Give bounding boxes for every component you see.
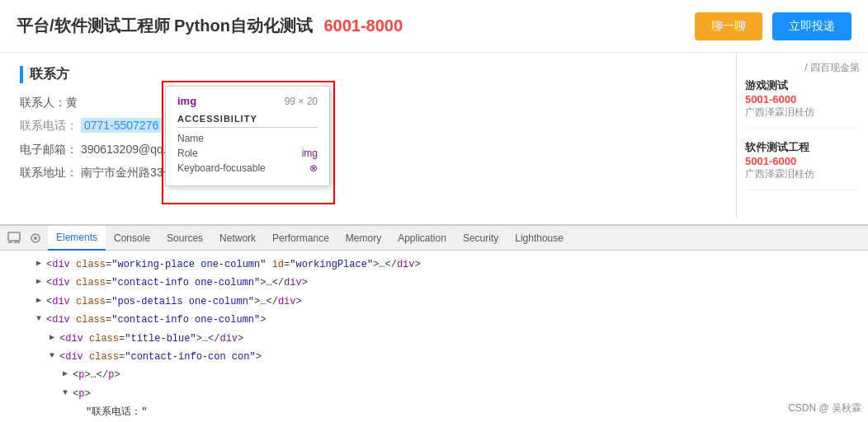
tooltip-row-role: Role img: [177, 148, 318, 159]
address-label: 联系地址：: [20, 166, 78, 179]
element-tooltip: img 99 × 20 ACCESSIBILITY Name Role img …: [165, 86, 330, 186]
apply-button[interactable]: 立即投递: [772, 12, 851, 40]
sidebar-job-2-company: 广西泽霖泪桂仿: [745, 167, 860, 181]
code-line-6: ▼ <div class="contact-info-con con">: [10, 348, 858, 366]
toggle-5[interactable]: ▶: [50, 331, 58, 345]
inspector-icon[interactable]: [5, 229, 23, 247]
top-banner: 平台/软件测试工程师 Python自动化测试 6001-8000 聊一聊 立即投…: [0, 0, 868, 53]
code-line-4: ▼ <div class="contact-info one-column">: [10, 311, 858, 329]
tab-lighthouse[interactable]: Lighthouse: [507, 226, 572, 251]
tab-elements[interactable]: Elements: [48, 226, 106, 251]
code-line-3: ▶ <div class="pos-details one-column">…<…: [10, 293, 858, 311]
sidebar-top-label: / 四百现金第: [745, 61, 860, 75]
banner-title-text: 平台/软件测试工程师 Python自动化测试: [17, 16, 313, 35]
contact-address-row: 联系地址： 南宁市金州路33号广西人才大厦: [20, 163, 716, 181]
toggle-1[interactable]: ▶: [36, 256, 45, 270]
tooltip-header: img 99 × 20: [177, 95, 318, 107]
tooltip-key-name: Name: [177, 133, 204, 144]
devtools-tabs: Elements Console Sources Network Perform…: [0, 226, 868, 251]
tooltip-row-name: Name: [177, 133, 318, 144]
chat-button[interactable]: 聊一聊: [695, 12, 762, 40]
sidebar-job-2-salary: 5001-6000: [745, 155, 860, 167]
code-line-5: ▶ <div class="title-blue">…</div>: [10, 330, 858, 348]
right-sidebar: / 四百现金第 游戏测试 5001-6000 广西泽霖泪桂仿 软件测试工程 50…: [736, 53, 868, 218]
toggle-6[interactable]: ▼: [50, 349, 58, 363]
tab-memory[interactable]: Memory: [337, 226, 389, 251]
contact-phone-row: 联系电话： 0771-5507276: [20, 116, 716, 134]
phone-label: 联系电话：: [20, 119, 78, 132]
tooltip-section-title: ACCESSIBILITY: [177, 114, 318, 128]
tooltip-key-role: Role: [177, 148, 198, 159]
toggle-3[interactable]: ▶: [36, 293, 45, 307]
contact-email-row: 电子邮箱： 390613209@qq.com: [20, 140, 716, 158]
code-line-1: ▶ <div class="working-place one-column" …: [10, 256, 858, 274]
devtools-panel: Elements Console Sources Network Perform…: [0, 224, 868, 422]
svg-point-4: [34, 237, 37, 240]
tab-console[interactable]: Console: [106, 226, 158, 251]
email-label: 电子邮箱：: [20, 143, 78, 156]
code-line-9: ▶ "联系电话：": [10, 403, 858, 421]
contact-section: 联系方 联系人：黄 联系电话： 0771-5507276 电子邮箱： 39061…: [0, 53, 736, 218]
contact-person-label: 联系人：黄: [20, 96, 78, 109]
tab-application[interactable]: Application: [389, 226, 455, 251]
toggle-2[interactable]: ▶: [36, 274, 45, 288]
contact-section-title: 联系方: [20, 66, 716, 83]
tooltip-tag: img: [177, 95, 196, 107]
tab-performance[interactable]: Performance: [264, 226, 337, 251]
toggle-7[interactable]: ▶: [63, 367, 71, 381]
toggle-8[interactable]: ▼: [63, 386, 71, 400]
banner-title: 平台/软件测试工程师 Python自动化测试 6001-8000: [17, 15, 403, 37]
csdn-watermark: CSDN @ 吴秋霖: [788, 401, 861, 415]
cursor-icon[interactable]: [26, 229, 45, 247]
tooltip-key-keyboard: Keyboard-focusable: [177, 162, 266, 174]
code-line-7: ▶ <p>…</p>: [10, 366, 858, 384]
devtools-content: ▶ <div class="working-place one-column" …: [0, 251, 868, 422]
banner-salary: 6001-8000: [323, 16, 403, 35]
tooltip-row-keyboard: Keyboard-focusable ⊗: [177, 162, 318, 174]
sidebar-job-1[interactable]: 游戏测试 5001-6000 广西泽霖泪桂仿: [745, 78, 860, 129]
toggle-4[interactable]: ▼: [36, 312, 45, 326]
tab-network[interactable]: Network: [211, 226, 264, 251]
sidebar-job-2-title: 软件测试工程: [745, 140, 860, 155]
contact-person: 联系人：黄: [20, 93, 716, 111]
sidebar-job-1-company: 广西泽霖泪桂仿: [745, 106, 860, 120]
watermark-text: CSDN @ 吴秋霖: [788, 402, 861, 414]
tab-sources[interactable]: Sources: [158, 226, 211, 251]
banner-buttons: 聊一聊 立即投递: [695, 12, 851, 40]
code-line-2: ▶ <div class="contact-info one-column">……: [10, 274, 858, 292]
sidebar-job-2[interactable]: 软件测试工程 5001-6000 广西泽霖泪桂仿: [745, 140, 860, 190]
svg-rect-0: [8, 232, 20, 241]
phone-number: 0771-5507276: [81, 118, 162, 133]
code-line-8: ▼ <p>: [10, 385, 858, 403]
tooltip-val-keyboard: ⊗: [309, 162, 318, 174]
tooltip-val-role: img: [302, 148, 318, 159]
sidebar-job-1-title: 游戏测试: [745, 78, 860, 93]
tab-security[interactable]: Security: [455, 226, 507, 251]
sidebar-job-1-salary: 5001-6000: [745, 93, 860, 106]
tooltip-size: 99 × 20: [285, 96, 318, 107]
